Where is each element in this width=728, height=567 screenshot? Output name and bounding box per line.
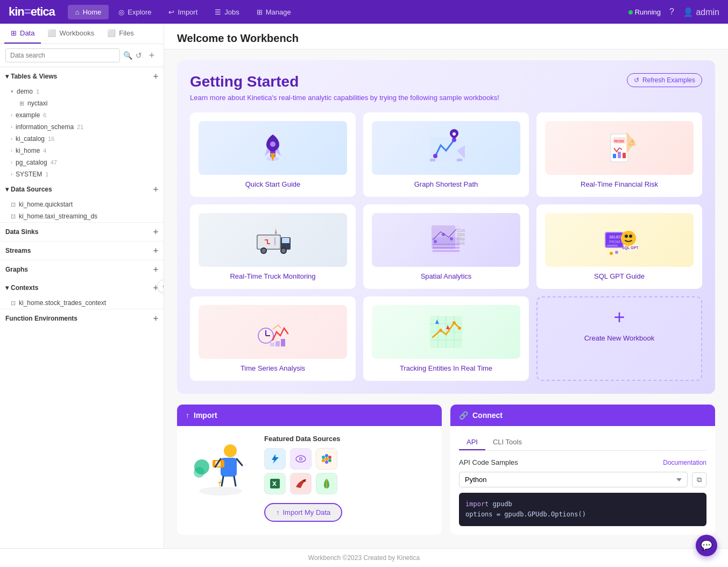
documentation-link[interactable]: Documentation bbox=[663, 459, 706, 466]
context-icon: ⊡ bbox=[11, 300, 16, 307]
chevron-down-icon: ▾ bbox=[5, 186, 9, 193]
workbook-truck[interactable]: 🌡️ Real-Time Truck Monitoring bbox=[190, 204, 356, 289]
workbook-sql-gpt[interactable]: SELECT * FROM table SQL GPT bbox=[536, 204, 702, 289]
chat-bubble-button[interactable]: 💬 bbox=[696, 535, 717, 556]
section-tables-header[interactable]: ▾ Tables & Views + bbox=[0, 67, 164, 86]
search-input[interactable] bbox=[5, 48, 120, 62]
code-line-1: import gpudb bbox=[465, 499, 700, 509]
sidebar-content: ▾ Tables & Views + ▾ demo 1 ⊞ nyctaxi bbox=[0, 67, 164, 548]
svg-point-68 bbox=[458, 327, 461, 330]
add-stream-button[interactable]: + bbox=[153, 246, 158, 256]
user-icon[interactable]: 👤 admin bbox=[683, 7, 719, 17]
section-graphs[interactable]: Graphs + bbox=[0, 260, 164, 279]
workbook-sql-gpt-img: SELECT * FROM table SQL GPT bbox=[545, 213, 694, 267]
tree-item-info-schema[interactable]: › information_schema 21 bbox=[0, 121, 164, 133]
api-samples-label: API Code Samples bbox=[459, 458, 518, 466]
sidebar: ⊞ Data ⬜ Workbooks ⬜ Files 🔍 ↺ + ▾ bbox=[0, 24, 164, 548]
add-data-source-button[interactable]: + bbox=[153, 185, 158, 194]
import-person-illustration bbox=[188, 437, 253, 497]
add-table-button[interactable]: + bbox=[153, 72, 158, 81]
section-tables-label: Tables & Views bbox=[11, 73, 153, 80]
svg-point-86 bbox=[328, 459, 331, 462]
copy-code-button[interactable]: ⧉ bbox=[692, 472, 706, 487]
tree-item-demo[interactable]: ▾ demo 1 bbox=[0, 86, 164, 97]
nav-jobs[interactable]: ☰ Jobs bbox=[207, 5, 246, 19]
tree-item-taxi-streaming-label: ki_home.taxi_streaming_ds bbox=[19, 212, 97, 220]
svg-text:Grid: Grid bbox=[457, 240, 465, 246]
rocket-illustration bbox=[254, 129, 292, 167]
svg-point-38 bbox=[434, 240, 437, 243]
source-sensor[interactable] bbox=[290, 448, 312, 470]
add-graph-button[interactable]: + bbox=[153, 265, 158, 274]
import-section-body: Featured Data Sources bbox=[177, 426, 442, 530]
refresh-examples-button[interactable]: ↺ Refresh Examples bbox=[627, 73, 702, 87]
section-data-sinks[interactable]: Data Sinks + bbox=[0, 222, 164, 241]
svg-text:SQL GPT: SQL GPT bbox=[622, 246, 638, 250]
add-data-sink-button[interactable]: + bbox=[153, 227, 158, 237]
language-select-row: Python JavaScript Java ⧉ bbox=[459, 472, 706, 487]
workbook-time-series[interactable]: Time Series Analysis bbox=[190, 296, 356, 381]
svg-point-23 bbox=[261, 249, 266, 253]
nav-explore[interactable]: ◎ Explore bbox=[111, 5, 159, 19]
nav-home[interactable]: ⌂ Home bbox=[68, 5, 109, 19]
tree-item-stock-trades-context[interactable]: ⊡ ki_home.stock_trades_context bbox=[0, 297, 164, 309]
section-contexts-header[interactable]: ▾ Contexts + bbox=[0, 279, 164, 297]
add-function-env-button[interactable]: + bbox=[153, 314, 158, 323]
tree-item-taxi-streaming[interactable]: ⊡ ki_home.taxi_streaming_ds bbox=[0, 210, 164, 222]
workbook-graph[interactable]: Graph Shortest Path bbox=[363, 112, 529, 197]
tree-item-system[interactable]: › SYSTEM 1 bbox=[0, 168, 164, 180]
tab-workbooks[interactable]: ⬜ Workbooks bbox=[41, 24, 101, 44]
refresh-icon[interactable]: ↺ bbox=[136, 51, 142, 60]
add-icon[interactable]: + bbox=[145, 49, 158, 62]
workbook-create-new[interactable]: + Create New Workbook bbox=[536, 296, 702, 381]
tree-item-quickstart[interactable]: ⊡ ki_home.quickstart bbox=[0, 199, 164, 210]
section-function-envs[interactable]: Function Environments + bbox=[0, 309, 164, 328]
import-my-data-button[interactable]: ↑ Import My Data bbox=[264, 503, 342, 522]
tab-files[interactable]: ⬜ Files bbox=[101, 24, 140, 44]
section-streams[interactable]: Streams + bbox=[0, 241, 164, 260]
workbook-spatial[interactable]: Customers Streets Manhattan Grid bbox=[363, 204, 529, 289]
svg-line-75 bbox=[237, 459, 242, 465]
workbook-quick-start[interactable]: Quick Start Guide bbox=[190, 112, 356, 197]
workbook-financial[interactable]: RISK ⚠ Real-Time Financial Risk bbox=[536, 112, 702, 197]
workbook-tracking[interactable]: Tracking Entities In Real Time bbox=[363, 296, 529, 381]
manage-icon: ⊞ bbox=[257, 8, 263, 16]
page-header: Welcome to Workbench bbox=[164, 24, 728, 49]
tree-item-example[interactable]: › example 6 bbox=[0, 109, 164, 121]
import-inner: Featured Data Sources bbox=[186, 435, 433, 522]
workbook-graph-label: Graph Shortest Path bbox=[414, 180, 478, 188]
svg-point-83 bbox=[325, 457, 328, 460]
search-icon[interactable]: 🔍 bbox=[123, 51, 132, 60]
svg-text:⚠: ⚠ bbox=[628, 138, 636, 147]
source-azure[interactable] bbox=[264, 448, 286, 470]
tree-item-ki-home[interactable]: › ki_home 4 bbox=[0, 145, 164, 157]
tree-item-quickstart-label: ki_home.quickstart bbox=[19, 201, 73, 208]
source-excel[interactable] bbox=[264, 473, 286, 494]
workbook-time-series-img bbox=[199, 305, 347, 359]
workbook-financial-label: Real-Time Financial Risk bbox=[581, 180, 658, 188]
help-icon[interactable]: ? bbox=[669, 7, 674, 17]
source-multi[interactable] bbox=[316, 448, 337, 470]
tree-item-pg-catalog[interactable]: › pg_catalog 47 bbox=[0, 157, 164, 168]
tab-cli-label: CLI Tools bbox=[493, 438, 522, 446]
tab-api[interactable]: API bbox=[459, 435, 485, 450]
tab-data[interactable]: ⊞ Data bbox=[4, 24, 41, 44]
tab-cli[interactable]: CLI Tools bbox=[485, 435, 529, 450]
nav-manage[interactable]: ⊞ Manage bbox=[249, 5, 299, 19]
source-mongodb[interactable] bbox=[316, 473, 337, 494]
section-data-sources-header[interactable]: ▾ Data Sources + bbox=[0, 180, 164, 199]
workbook-grid: Quick Start Guide bbox=[190, 112, 702, 381]
import-section-header: ↑ Import bbox=[177, 405, 442, 426]
tree-item-ki-catalog-label: ki_catalog bbox=[16, 135, 45, 143]
svg-point-88 bbox=[322, 459, 325, 462]
nav-home-label: Home bbox=[83, 8, 102, 16]
tree-item-ki-catalog[interactable]: › ki_catalog 16 bbox=[0, 133, 164, 145]
tree-item-example-count: 6 bbox=[43, 112, 46, 118]
nav-import[interactable]: ↩ Import bbox=[161, 5, 205, 19]
source-mariadb[interactable] bbox=[290, 473, 312, 494]
tracking-illustration bbox=[427, 313, 465, 351]
language-select[interactable]: Python JavaScript Java bbox=[459, 472, 688, 487]
logo-equals: = bbox=[24, 5, 31, 18]
connect-api-row: API Code Samples Documentation bbox=[459, 458, 706, 466]
tree-item-nyctaxi[interactable]: ⊞ nyctaxi bbox=[0, 97, 164, 109]
